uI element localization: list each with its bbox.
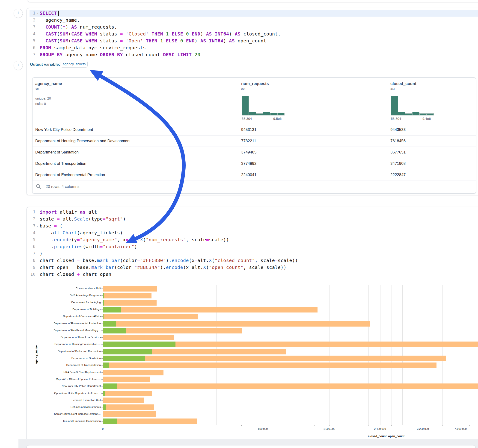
y-axis-tick — [101, 351, 103, 352]
search-icon[interactable] — [36, 184, 41, 189]
code-line[interactable]: 1import altair as alt — [30, 209, 478, 216]
line-number: 3 — [30, 24, 36, 31]
code-text: import altair as alt — [40, 209, 97, 216]
output-variable-label: Output variable: — [30, 62, 60, 67]
x-axis-title: closed_count, open_count — [368, 435, 404, 438]
value-cell: 7782211 — [241, 139, 256, 143]
column-type: str — [35, 87, 39, 91]
histogram-bar — [405, 113, 412, 115]
grid-line — [413, 285, 413, 425]
agency-name-cell: Department of Transportation — [35, 161, 86, 166]
code-line[interactable]: 3 COUNT(*) AS num_requests, — [30, 24, 478, 31]
x-axis-tick — [216, 425, 216, 426]
grid-line — [242, 285, 242, 425]
x-axis-label: 0 — [102, 428, 104, 430]
x-axis-tick — [183, 425, 183, 426]
y-axis-label: Department of Environmental Protection — [31, 322, 101, 325]
add-cell-button-middle[interactable]: + — [14, 61, 23, 70]
cell-divider — [27, 71, 478, 71]
y-axis-label: New York City Police Department — [31, 385, 101, 387]
histogram-bar — [263, 112, 270, 115]
agency-name-cell: Department of Housing Preservation and D… — [35, 139, 131, 143]
code-line[interactable]: 6FROM sample_data.nyc.service_requests — [30, 44, 478, 51]
code-line[interactable]: 5 .encode(y="agency_name", x=alt.X("num_… — [30, 236, 478, 243]
y-axis-label: Personal Exemption Unit — [31, 399, 101, 401]
closed-count-bar — [103, 377, 150, 382]
open-count-bar — [103, 321, 116, 327]
table-footer: 20 rows, 4 columns — [32, 180, 476, 193]
output-variable-pill[interactable]: agency_tickets — [61, 61, 88, 68]
y-axis-tick — [101, 365, 103, 366]
open-count-bar — [103, 418, 117, 424]
code-line[interactable]: 8chart_closed = base.mark_bar(color="#FF… — [30, 257, 478, 264]
open-count-bar — [103, 307, 121, 312]
histogram-bar — [412, 112, 419, 115]
x-axis-tick — [461, 425, 461, 426]
y-axis-tick — [101, 288, 103, 289]
code-text: scale = alt.Scale(type="sqrt") — [40, 216, 126, 222]
line-number: 4 — [30, 31, 36, 37]
code-line[interactable]: 2scale = alt.Scale(type="sqrt") — [30, 216, 478, 222]
histogram-bar — [249, 112, 256, 115]
agency-name-cell: Department of Environmental Protection — [35, 173, 105, 177]
column-header[interactable]: num_requests — [241, 81, 269, 86]
code-line[interactable]: 10chart_closed + chart_open — [30, 271, 478, 278]
code-line[interactable]: 9chart_open = base.mark_bar(color="#8BC3… — [30, 264, 478, 271]
code-line[interactable]: 7) — [30, 250, 478, 257]
code-line[interactable]: 6 .properties(width="container") — [30, 243, 478, 250]
table-row[interactable]: Department of Environmental Protection22… — [32, 169, 476, 181]
results-table[interactable]: agency_namestrunique: 20nulls: 0num_requ… — [32, 77, 476, 193]
notebook-page: + + 1⌄SELECT2 agency_name,3 COUNT(*) AS … — [0, 0, 478, 448]
x-axis-tick — [241, 425, 242, 426]
table-row[interactable]: New York City Police Department945313194… — [32, 124, 476, 136]
grid-line — [315, 285, 315, 425]
y-axis-tick — [101, 421, 103, 422]
y-axis-tick — [101, 324, 103, 324]
grid-line — [343, 285, 343, 425]
code-line[interactable]: 7GROUP BY agency_name ORDER BY closed_co… — [30, 51, 478, 58]
code-text: base = ( — [40, 222, 63, 229]
grid-line — [299, 285, 299, 425]
closed-count-bar — [103, 321, 370, 327]
fold-caret-icon[interactable]: ⌄ — [37, 222, 38, 229]
grid-line — [263, 285, 263, 425]
column-meta: nulls: 0 — [35, 102, 46, 106]
table-row[interactable]: Department of Transportation377489234719… — [32, 158, 476, 169]
code-line[interactable]: 3⌄base = ( — [30, 222, 478, 229]
column-histogram — [242, 96, 285, 115]
column-header[interactable]: agency_name — [35, 81, 62, 86]
y-axis-tick — [101, 337, 103, 338]
line-number: 4 — [30, 229, 36, 236]
x-axis-tick — [413, 425, 413, 426]
agency-name-cell: Department of Sanitation — [35, 150, 79, 155]
table-row[interactable]: Department of Sanitation37494853677651 — [32, 147, 476, 158]
code-line[interactable]: 1⌄SELECT — [30, 10, 478, 17]
column-header[interactable]: closed_count — [390, 81, 416, 86]
line-number: 1 — [30, 209, 36, 216]
agency-name-cell: New York City Police Department — [35, 127, 93, 132]
x-axis-tick — [380, 425, 380, 426]
code-text: SELECT — [40, 10, 59, 17]
grid-line — [380, 285, 380, 425]
code-line[interactable]: 4 alt.Chart(agency_tickets) — [30, 229, 478, 236]
code-line[interactable]: 2 agency_name, — [30, 17, 478, 24]
code-text: agency_name, — [40, 17, 80, 24]
y-axis-tick — [101, 316, 103, 317]
add-cell-button-top[interactable]: + — [14, 9, 23, 18]
code-line[interactable]: 4 CAST(SUM(CASE WHEN status = 'Closed' T… — [30, 31, 478, 37]
column-histogram — [391, 96, 435, 115]
x-axis-tick — [263, 425, 263, 426]
open-count-bar — [103, 328, 126, 333]
table-row[interactable]: Department of Housing Preservation and D… — [32, 135, 476, 147]
code-line[interactable]: 5 CAST(SUM(CASE WHEN status = 'Open' THE… — [30, 37, 478, 44]
y-axis-tick — [101, 407, 103, 407]
value-cell: 9443533 — [390, 127, 406, 132]
code-text: alt.Chart(agency_tickets) — [40, 229, 123, 236]
value-cell: 9453131 — [241, 127, 256, 132]
closed-count-bar — [103, 398, 144, 403]
histogram-bar — [398, 112, 405, 115]
open-count-bar — [103, 404, 106, 410]
value-cell: 3774892 — [241, 161, 256, 166]
open-count-bar — [103, 391, 105, 396]
fold-caret-icon[interactable]: ⌄ — [37, 9, 38, 16]
